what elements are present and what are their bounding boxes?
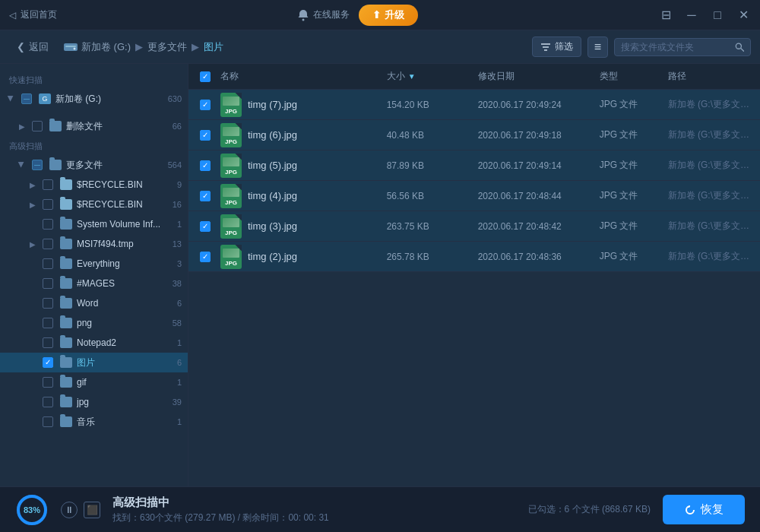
header-check[interactable] [198,71,220,82]
service-btn[interactable]: 在线服务 [297,8,350,21]
checkbox-music[interactable] [43,416,53,427]
table-row[interactable]: timg (5).jpg 87.89 KB 2020.06.17 20:49:1… [188,150,760,181]
upgrade-button[interactable]: ⬆ 升级 [359,5,418,26]
notepad2-icon [60,337,72,348]
sidebar-item-delete[interactable]: ▶ 删除文件 66 [0,116,188,136]
sidebar-item-everything[interactable]: Everything 3 [0,254,188,274]
row-name-3: timg (4).jpg [220,184,387,208]
checkbox-everything[interactable] [43,258,53,269]
checkbox-delete[interactable] [32,121,43,131]
restore-btn[interactable]: □ [710,8,725,22]
select-all-checkbox[interactable] [200,71,211,82]
restore-icon [684,504,696,516]
close-btn[interactable]: ✕ [736,8,751,22]
checkbox-more[interactable] [32,160,43,170]
sidebar-item-more-files[interactable]: ▶ 更多文件 564 [0,155,188,175]
menu-icon-button[interactable]: ≡ [587,36,608,58]
sidebar-item-recycle1[interactable]: ▶ $RECYCLE.BIN 9 [0,175,188,195]
row-type-4: JPG 文件 [600,220,668,233]
row-type-1: JPG 文件 [600,128,668,141]
sysvolume-count: 1 [177,220,182,229]
main-layout: 快速扫描 ▶ G 新加卷 (G:) 630 ▶ 删除文件 66 高级扫描 ▶ 更… [0,64,760,486]
breadcrumb-drive[interactable]: 新加卷 (G:) [64,40,131,54]
img-preview-1 [223,127,239,136]
checkbox-gif[interactable] [43,377,53,388]
breadcrumb-pictures[interactable]: 图片 [204,40,223,54]
recycle1-count: 9 [177,180,182,189]
table-body: timg (7).jpg 154.20 KB 2020.06.17 20:49:… [188,90,760,486]
row-size-0: 154.20 KB [387,100,478,110]
restore-button[interactable]: 恢复 [663,495,745,524]
sidebar-item-mages[interactable]: #MAGES 38 [0,274,188,293]
row-size-4: 263.75 KB [387,221,478,232]
row-checkbox-4[interactable] [200,221,211,232]
row-check-4[interactable] [198,221,220,232]
table-row[interactable]: timg (7).jpg 154.20 KB 2020.06.17 20:49:… [188,90,760,120]
scan-info: 高级扫描中 找到：630个文件 (279.27 MB) / 剩余时间：00: 0… [112,496,516,524]
back-home-btn[interactable]: ◁ 返回首页 [9,8,57,21]
file-name-4: timg (3).jpg [248,220,297,232]
file-name-3: timg (4).jpg [248,190,297,201]
sidebar-item-png[interactable]: png 58 [0,313,188,333]
row-check-0[interactable] [198,100,220,110]
stop-button[interactable]: ⬛ [84,502,100,518]
recycle1-icon [60,179,72,190]
expand-arrow-recycle1: ▶ [27,179,38,190]
restore-label: 恢复 [701,502,724,517]
expand-arrow-msi: ▶ [27,239,38,249]
sidebar-item-gif[interactable]: gif 1 [0,372,188,392]
title-center: 在线服务 ⬆ 升级 [297,5,418,26]
row-check-3[interactable] [198,191,220,201]
row-check-1[interactable] [198,130,220,141]
row-checkbox-2[interactable] [200,160,211,171]
row-date-1: 2020.06.17 20:49:18 [478,130,600,141]
sidebar-item-msi[interactable]: ▶ MSI7f494.tmp 13 [0,234,188,254]
minimize-btn[interactable]: ─ [684,8,699,22]
pause-button[interactable]: ⏸ [61,502,78,518]
row-size-5: 265.78 KB [387,252,478,262]
sidebar-item-jpg[interactable]: jpg 39 [0,392,188,412]
back-button[interactable]: ❮ 返回 [9,37,56,57]
checkbox-drive[interactable] [21,93,32,104]
checkbox-recycle2[interactable] [43,199,53,210]
everything-icon [60,258,72,269]
sidebar-item-music[interactable]: 音乐 1 [0,412,188,432]
table-row[interactable]: timg (3).jpg 263.75 KB 2020.06.17 20:48:… [188,211,760,242]
sidebar-item-pictures[interactable]: 图片 6 [0,353,188,372]
window-icon-btn[interactable]: ⊟ [658,8,673,22]
word-icon [60,298,72,309]
sidebar-item-drive[interactable]: ▶ G 新加卷 (G:) 630 [0,89,188,109]
checkbox-word[interactable] [43,298,53,309]
checkbox-msi[interactable] [43,239,53,249]
row-checkbox-5[interactable] [200,252,211,262]
checkbox-pictures[interactable] [43,357,53,368]
img-preview-0 [223,97,239,106]
table-row[interactable]: timg (4).jpg 56.56 KB 2020.06.17 20:48:4… [188,181,760,211]
checkbox-recycle1[interactable] [43,179,53,190]
checkbox-sysvolume[interactable] [43,219,53,230]
search-input[interactable] [621,42,730,52]
filter-button[interactable]: 筛选 [532,36,581,57]
checkbox-notepad2[interactable] [43,337,53,348]
table-row[interactable]: timg (6).jpg 40.48 KB 2020.06.17 20:49:1… [188,120,760,150]
table-row[interactable]: timg (2).jpg 265.78 KB 2020.06.17 20:48:… [188,242,760,272]
row-check-2[interactable] [198,160,220,171]
bell-icon [297,9,309,21]
bc-drive-label: 新加卷 (G:) [81,40,131,54]
breadcrumb-more-files[interactable]: 更多文件 [147,40,187,54]
col-header-size[interactable]: 大小 ▼ [387,70,478,83]
sidebar-item-word[interactable]: Word 6 [0,293,188,313]
row-checkbox-1[interactable] [200,130,211,141]
row-checkbox-0[interactable] [200,100,211,110]
sidebar-item-notepad2[interactable]: Notepad2 1 [0,333,188,353]
sidebar-item-recycle2[interactable]: ▶ $RECYCLE.BIN 16 [0,195,188,214]
music-name: 音乐 [77,416,172,429]
sidebar-item-sysvolume[interactable]: System Volume Inf... 1 [0,214,188,234]
checkbox-png[interactable] [43,318,53,328]
checkbox-jpg[interactable] [43,397,53,407]
row-check-5[interactable] [198,252,220,262]
mages-count: 38 [173,279,182,288]
row-path-2: 新加卷 (G:\更多文件... [668,159,751,172]
checkbox-mages[interactable] [43,278,53,289]
row-checkbox-3[interactable] [200,191,211,201]
